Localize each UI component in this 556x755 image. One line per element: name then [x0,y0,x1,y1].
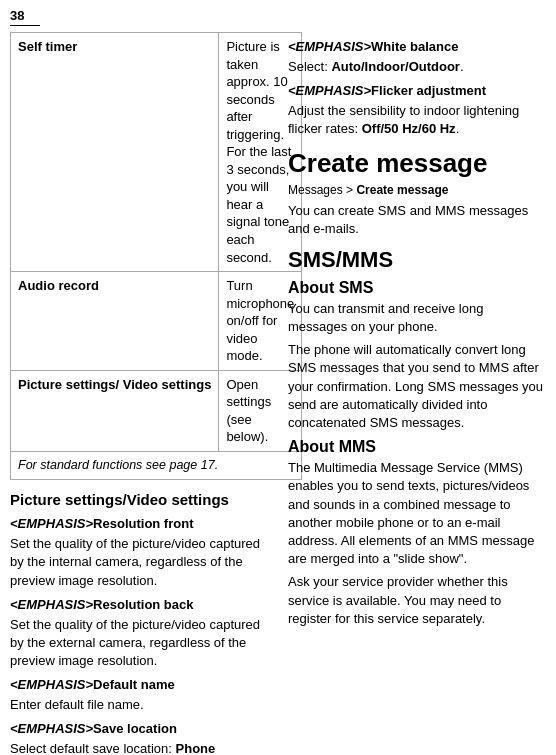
default-name-body: Enter default file name. [10,696,270,714]
create-message-heading: Create message [288,148,546,179]
resolution-front-body: Set the quality of the picture/video cap… [10,535,270,590]
save-location-heading: <EMPHASIS>Save location [10,721,270,738]
page-number: 38 [10,8,40,26]
audio-record-label: Audio record [11,272,219,371]
save-location-body: Select default save location: Phone memo… [10,740,270,755]
picture-video-heading: Picture settings/Video settings [10,490,270,510]
white-balance-body: Select: Auto/Indoor/Outdoor. [288,58,546,76]
resolution-back-body: Set the quality of the picture/video cap… [10,616,270,671]
breadcrumb: Messages > Create message [288,183,546,199]
about-sms-body1: You can transmit and receive long messag… [288,300,546,336]
flicker-body: Adjust the sensibility to indoor lighten… [288,102,546,138]
resolution-front-heading: <EMPHASIS>Resolution front [10,516,270,533]
breadcrumb-messages: Messages [288,183,343,197]
table-footnote-row: For standard functions see page 17. [11,452,302,480]
about-mms-body2: Ask your service provider whether this s… [288,573,546,628]
about-mms-heading: About MMS [288,438,546,456]
about-mms-body1: The Multimedia Message Service (MMS) ena… [288,459,546,568]
table-row-picture-settings: Picture settings/ Video settings Open se… [11,370,302,451]
about-sms-body2: The phone will automatically convert lon… [288,341,546,432]
settings-table: Self timer Picture is taken approx. 10 s… [10,32,302,480]
breadcrumb-create-message: Create message [356,183,448,197]
picture-video-section: Picture settings/Video settings <EMPHASI… [10,490,270,755]
table-row-audio-record: Audio record Turn microphone on/off for … [11,272,302,371]
default-name-heading: <EMPHASIS>Default name [10,677,270,694]
resolution-back-heading: <EMPHASIS>Resolution back [10,597,270,614]
flicker-adjustment-heading: <EMPHASIS>Flicker adjustment [288,83,546,100]
white-balance-code: Auto/Indoor/Outdoor [331,59,460,74]
table-footnote: For standard functions see page 17. [11,452,302,480]
create-message-body: You can create SMS and MMS messages and … [288,202,546,238]
flicker-code: Off/50 Hz/60 Hz [362,121,456,136]
self-timer-label: Self timer [11,33,219,272]
about-sms-heading: About SMS [288,279,546,297]
left-column: Self timer Picture is taken approx. 10 s… [10,32,280,755]
picture-settings-label: Picture settings/ Video settings [11,370,219,451]
sms-mms-heading: SMS/MMS [288,247,546,273]
white-balance-heading: <EMPHASIS>White balance [288,39,546,56]
table-row-self-timer: Self timer Picture is taken approx. 10 s… [11,33,302,272]
right-column: <EMPHASIS>White balance Select: Auto/Ind… [280,32,546,755]
